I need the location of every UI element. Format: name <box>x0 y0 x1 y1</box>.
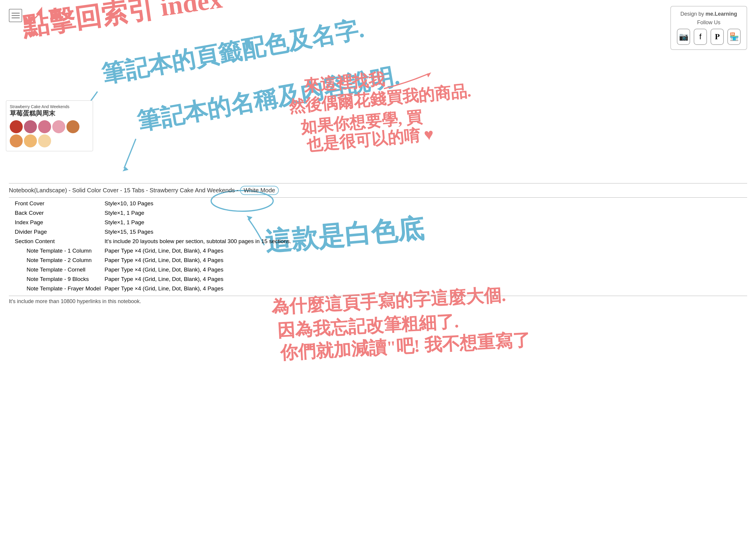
row-label: Divider Page <box>9 227 103 237</box>
footer-text: It's include more than 10800 hyperlinks … <box>9 298 141 304</box>
table-row: Section ContentIt's include 20 layouts b… <box>9 237 747 246</box>
table-row: Note Template - Frayer ModelPaper Type ×… <box>9 284 747 293</box>
annotation-come-here-4: 也是很可以的唷 ♥ <box>306 125 434 154</box>
notebook-preview: Strawberry Cake And Weekends 草莓蛋糕與周末 <box>6 100 93 151</box>
row-label: Section Content <box>9 237 103 246</box>
facebook-icon[interactable]: f <box>694 29 707 45</box>
color-swatches <box>10 120 89 147</box>
color-swatch <box>38 134 51 147</box>
annotation-come-here-2: 然後偶爾花錢買我的商品. <box>288 82 472 116</box>
row-label: Note Template - 1 Column <box>9 246 103 256</box>
brand-name: me.Learning <box>706 11 737 17</box>
annotation-why-large-3: 你們就加減讀"吧! 我不想重寫了 <box>279 330 531 363</box>
shop-icon[interactable]: 🏪 <box>727 29 741 45</box>
follow-us-label: Follow Us <box>677 19 741 26</box>
footer-bar: It's include more than 10800 hyperlinks … <box>9 296 747 305</box>
row-value: Style×15, 15 Pages <box>103 227 747 237</box>
notebook-title-en: Strawberry Cake And Weekends <box>10 104 89 109</box>
svg-marker-1 <box>122 167 128 171</box>
row-label: Note Template - Cornell <box>9 265 103 274</box>
notebook-title-zh: 草莓蛋糕與周末 <box>10 109 89 118</box>
annotation-come-here-1: 來這裡找我 <box>303 70 386 95</box>
instagram-icon[interactable]: 📷 <box>677 29 690 45</box>
row-label: Note Template - Frayer Model <box>9 284 103 293</box>
pinterest-icon[interactable]: 𝐏 <box>711 29 724 45</box>
table-row: Back CoverStyle×1, 1 Page <box>9 208 747 218</box>
color-swatch <box>52 120 65 133</box>
row-label: Note Template - 9 Blocks <box>9 274 103 284</box>
table-row: Front CoverStyle×10, 10 Pages <box>9 199 747 208</box>
annotation-tab-colors: 筆記本的頁籤配色及名字. <box>99 15 366 88</box>
annotation-come-here-3: 如果你想要學, 買 <box>300 108 423 136</box>
table-row: Divider PageStyle×15, 15 Pages <box>9 227 747 237</box>
row-label: Back Cover <box>9 208 103 218</box>
table-row: Index PageStyle×1, 1 Page <box>9 218 747 227</box>
menu-line <box>12 15 20 16</box>
color-swatch <box>24 120 37 133</box>
table-row: Note Template - 9 BlocksPaper Type ×4 (G… <box>9 274 747 284</box>
color-swatch <box>24 134 37 147</box>
design-by-text: Design by <box>680 11 704 17</box>
row-value: Style×10, 10 Pages <box>103 199 747 208</box>
row-value: Paper Type ×4 (Grid, Line, Dot, Blank), … <box>103 265 747 274</box>
row-label: Index Page <box>9 218 103 227</box>
design-by-label: Design by me.Learning <box>677 11 741 17</box>
brand-box: Design by me.Learning Follow Us 📷 f 𝐏 🏪 <box>670 6 747 50</box>
row-value: Paper Type ×4 (Grid, Line, Dot, Blank), … <box>103 284 747 293</box>
annotation-why-large-2: 因為我忘記改筆粗細了. <box>277 311 459 341</box>
menu-line <box>12 13 20 14</box>
brand-icons: 📷 f 𝐏 🏪 <box>677 29 741 45</box>
title-bar: Notebook(Landscape) - Solid Color Cover … <box>9 183 747 198</box>
content-table: Front CoverStyle×10, 10 PagesBack CoverS… <box>9 199 747 293</box>
title-text-before: Notebook(Landscape) - Solid Color Cover … <box>9 187 238 193</box>
color-swatch <box>38 120 51 133</box>
annotation-click-index: 點擊回索引 index <box>20 0 224 41</box>
row-value: Paper Type ×4 (Grid, Line, Dot, Blank), … <box>103 246 747 256</box>
row-value: It's include 20 layouts bolew per sectio… <box>103 237 747 246</box>
menu-line <box>12 17 20 18</box>
row-value: Paper Type ×4 (Grid, Line, Dot, Blank), … <box>103 274 747 284</box>
menu-icon[interactable] <box>9 9 22 22</box>
white-mode-badge: White Mode <box>240 186 279 195</box>
annotation-notebook-name: 筆記本的名稱及內容說明. <box>135 63 401 135</box>
svg-marker-2 <box>427 72 431 77</box>
row-value: Style×1, 1 Page <box>103 208 747 218</box>
color-swatch <box>10 134 23 147</box>
color-swatch <box>67 120 79 133</box>
row-label: Note Template - 2 Column <box>9 256 103 265</box>
table-row: Note Template - CornellPaper Type ×4 (Gr… <box>9 265 747 274</box>
color-swatch <box>10 120 23 133</box>
table-row: Note Template - 1 ColumnPaper Type ×4 (G… <box>9 246 747 256</box>
main-content: Notebook(Landscape) - Solid Color Cover … <box>0 183 756 313</box>
table-row: Note Template - 2 ColumnPaper Type ×4 (G… <box>9 256 747 265</box>
row-value: Paper Type ×4 (Grid, Line, Dot, Blank), … <box>103 256 747 265</box>
row-label: Front Cover <box>9 199 103 208</box>
row-value: Style×1, 1 Page <box>103 218 747 227</box>
